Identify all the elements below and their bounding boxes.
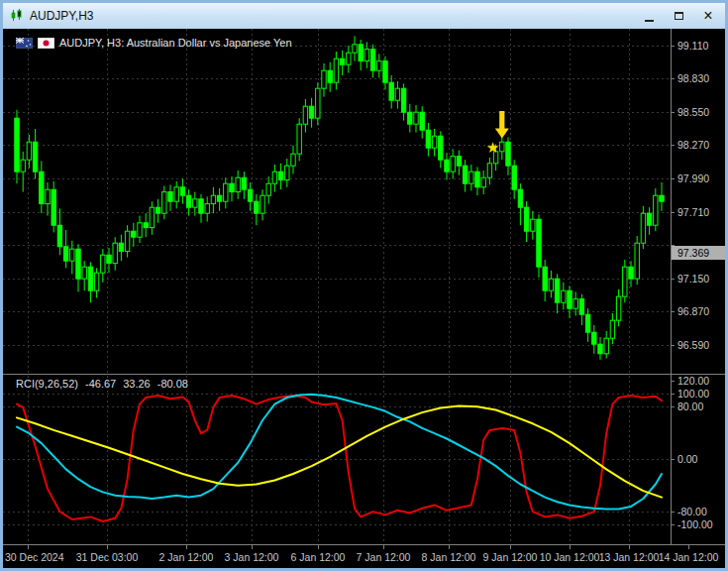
svg-text:99.110: 99.110 bbox=[677, 40, 708, 52]
svg-text:13 Jan 12:00: 13 Jan 12:00 bbox=[599, 551, 660, 563]
svg-text:120.00: 120.00 bbox=[677, 375, 709, 387]
window-title: AUDJPY,H3 bbox=[30, 9, 634, 23]
mt-window: AUDJPY,H3 × ★99.11098.83098.55098.27097.… bbox=[0, 0, 728, 571]
svg-text:14 Jan 12:00: 14 Jan 12:00 bbox=[659, 551, 719, 563]
title-bar[interactable]: AUDJPY,H3 × bbox=[3, 3, 725, 29]
svg-text:98.830: 98.830 bbox=[677, 72, 709, 84]
svg-text:80.00: 80.00 bbox=[677, 400, 703, 412]
svg-text:7 Jan 12:00: 7 Jan 12:00 bbox=[357, 551, 411, 563]
svg-text:6 Jan 12:00: 6 Jan 12:00 bbox=[291, 551, 346, 563]
svg-text:-80.00: -80.00 bbox=[677, 506, 707, 517]
svg-text:98.270: 98.270 bbox=[677, 139, 709, 151]
svg-text:-100.00: -100.00 bbox=[677, 518, 713, 530]
star-object[interactable]: ★ bbox=[486, 139, 499, 156]
maximize-button[interactable] bbox=[664, 5, 693, 27]
svg-text:96.870: 96.870 bbox=[677, 305, 709, 317]
svg-text:2 Jan 12:00: 2 Jan 12:00 bbox=[159, 551, 214, 563]
svg-text:100.00: 100.00 bbox=[677, 388, 709, 400]
svg-text:8 Jan 12:00: 8 Jan 12:00 bbox=[422, 551, 476, 563]
svg-text:3 Jan 12:00: 3 Jan 12:00 bbox=[225, 551, 279, 563]
close-icon: × bbox=[703, 8, 712, 24]
current-price-label: 97.369 bbox=[677, 247, 709, 259]
minimize-icon bbox=[645, 20, 654, 22]
svg-text:98.550: 98.550 bbox=[677, 106, 709, 118]
svg-text:10 Jan 12:00: 10 Jan 12:00 bbox=[540, 551, 600, 563]
chart-canvas[interactable]: ★99.11098.83098.55098.27097.99097.71097.… bbox=[3, 29, 725, 568]
svg-text:97.150: 97.150 bbox=[677, 273, 709, 285]
app-icon bbox=[9, 8, 25, 24]
svg-text:31 Dec 03:00: 31 Dec 03:00 bbox=[76, 551, 139, 563]
minimize-button[interactable] bbox=[634, 5, 664, 27]
window-controls: × bbox=[634, 5, 723, 27]
svg-text:30 Dec 2024: 30 Dec 2024 bbox=[5, 551, 64, 563]
chart-area[interactable]: ★99.11098.83098.55098.27097.99097.71097.… bbox=[3, 29, 725, 568]
svg-text:96.590: 96.590 bbox=[677, 339, 709, 351]
svg-text:97.990: 97.990 bbox=[677, 172, 709, 184]
svg-text:97.710: 97.710 bbox=[677, 206, 709, 218]
close-button[interactable]: × bbox=[693, 5, 723, 27]
svg-text:0.00: 0.00 bbox=[677, 453, 698, 465]
maximize-icon bbox=[675, 12, 683, 20]
svg-text:9 Jan 12:00: 9 Jan 12:00 bbox=[483, 551, 538, 563]
